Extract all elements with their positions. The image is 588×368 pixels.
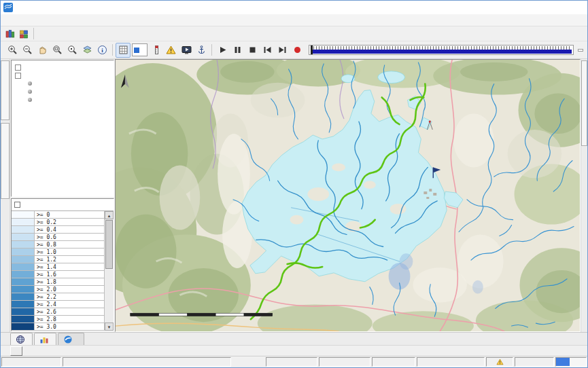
status-warning-cell[interactable] xyxy=(486,357,513,367)
maximize-button[interactable] xyxy=(544,1,566,14)
menu-file[interactable] xyxy=(1,14,12,26)
legend-row-label: >= 0.8 xyxy=(35,241,105,248)
zoom-in-icon xyxy=(7,44,18,56)
gauge-scale-button[interactable] xyxy=(149,43,164,58)
skip-end-button[interactable] xyxy=(275,43,290,58)
record-button[interactable] xyxy=(290,43,305,58)
database-button[interactable] xyxy=(3,27,17,40)
warnings-button[interactable] xyxy=(164,43,179,58)
status-mode xyxy=(372,357,415,367)
archive-button[interactable] xyxy=(17,27,31,40)
scroll-down-icon[interactable]: ▼ xyxy=(105,323,114,331)
legend-row: >= 3.0 xyxy=(12,323,105,331)
scroll-thumb[interactable] xyxy=(105,220,113,269)
layers-button[interactable] xyxy=(80,43,94,58)
legend-color-swatch xyxy=(12,293,35,300)
menu-options[interactable] xyxy=(22,14,33,26)
minimize-button[interactable] xyxy=(522,1,544,14)
legend-row: >= 0.6 xyxy=(12,234,105,241)
expand-icon[interactable] xyxy=(15,65,21,71)
legend-row: >= 1.6 xyxy=(12,271,105,278)
view-tab-bar xyxy=(1,332,587,345)
zoom-out-button[interactable] xyxy=(20,43,35,58)
skip-start-button[interactable] xyxy=(260,43,275,58)
bar-chart-icon xyxy=(39,334,50,345)
legend-row: >= 2.2 xyxy=(12,293,105,301)
legend-color-swatch xyxy=(12,286,35,293)
info-button[interactable]: i xyxy=(94,43,109,58)
toolbar-separator xyxy=(112,44,113,56)
tree-item-cross-section[interactable] xyxy=(12,63,114,71)
globe-icon xyxy=(15,334,26,345)
status-bar xyxy=(1,356,587,367)
legend-row-label: >= 2.2 xyxy=(35,293,105,300)
zoom-in-button[interactable] xyxy=(5,43,20,58)
menu-tools[interactable] xyxy=(12,14,22,26)
layer-bullet-icon xyxy=(28,90,32,94)
map-viewport[interactable] xyxy=(115,59,581,332)
tab-map[interactable] xyxy=(10,333,33,345)
legend-header xyxy=(12,199,114,210)
left-tab-strip xyxy=(1,59,10,332)
pause-icon xyxy=(232,44,243,56)
status-spacer xyxy=(232,357,264,367)
legend-color-swatch xyxy=(12,308,35,315)
time-slider[interactable] xyxy=(309,45,574,55)
legend-table: >= 0>= 0.2>= 0.4>= 0.6>= 0.8>= 1.0>= 1.2… xyxy=(12,211,105,331)
display-play-icon xyxy=(181,44,192,56)
record-icon xyxy=(292,44,303,56)
zoom-box-button[interactable] xyxy=(50,43,65,58)
status-memory-gauge xyxy=(555,357,587,367)
legend-row-label: >= 2.4 xyxy=(35,301,105,308)
pan-button[interactable] xyxy=(35,43,50,58)
legend-color-swatch xyxy=(12,271,35,278)
tab-spatial[interactable] xyxy=(58,333,84,345)
layer-ratio-combobox[interactable] xyxy=(132,43,148,56)
status-coordinates xyxy=(417,357,485,367)
zoom-extent-button[interactable] xyxy=(65,43,80,58)
logs-button[interactable] xyxy=(10,346,22,356)
menu-bar xyxy=(1,14,587,26)
play-icon xyxy=(217,44,228,56)
status-user xyxy=(1,357,61,367)
tab-graph[interactable] xyxy=(34,333,56,345)
timeline-cursor[interactable] xyxy=(311,45,313,54)
timeline-bar xyxy=(311,50,572,54)
collapse-icon[interactable] xyxy=(15,73,21,79)
legend-row-label: >= 3.0 xyxy=(35,323,105,330)
tree-item-pocket[interactable] xyxy=(12,71,114,79)
map-canvas xyxy=(116,60,580,331)
skip-start-icon xyxy=(262,44,273,56)
legend-row-label: >= 1.0 xyxy=(35,249,105,255)
tab-forecast[interactable] xyxy=(1,60,10,120)
title-bar[interactable] xyxy=(1,1,587,14)
legend-panel: >= 0>= 0.2>= 0.4>= 0.6>= 0.8>= 1.0>= 1.2… xyxy=(11,198,114,331)
scroll-up-icon[interactable]: ▲ xyxy=(105,211,114,219)
menu-help[interactable] xyxy=(33,14,44,26)
stop-button[interactable] xyxy=(245,43,260,58)
legend-row-label: >= 2.6 xyxy=(35,308,105,315)
legend-color-swatch xyxy=(12,219,35,225)
grid-display-button[interactable] xyxy=(116,43,131,58)
warning-triangle-icon xyxy=(165,44,177,56)
animation-display-button[interactable] xyxy=(179,43,194,58)
last-value-checkbox[interactable] xyxy=(14,202,20,208)
tree-item-level-grid[interactable] xyxy=(12,88,114,96)
play-button[interactable] xyxy=(215,43,230,58)
legend-scrollbar[interactable]: ▲ ▼ xyxy=(105,211,114,331)
tree-item-level-point[interactable] xyxy=(12,79,114,88)
legend-color-swatch xyxy=(12,226,35,233)
tab-data-viewer[interactable] xyxy=(1,123,10,199)
legend-color-swatch xyxy=(12,211,35,218)
anchor-button[interactable] xyxy=(194,43,209,58)
skip-end-icon xyxy=(277,44,288,56)
tab-plot-overview[interactable] xyxy=(581,60,587,146)
explorer-panel: >= 0>= 0.2>= 0.4>= 0.6>= 0.8>= 1.0>= 1.2… xyxy=(10,59,115,332)
close-button[interactable] xyxy=(566,1,587,14)
logs-row xyxy=(1,345,587,356)
pause-button[interactable] xyxy=(230,43,245,58)
help-button[interactable] xyxy=(37,27,50,40)
gauge-scale-icon xyxy=(151,44,162,56)
tree-item-depth-grid[interactable] xyxy=(12,96,114,104)
legend-color-swatch xyxy=(12,316,35,323)
